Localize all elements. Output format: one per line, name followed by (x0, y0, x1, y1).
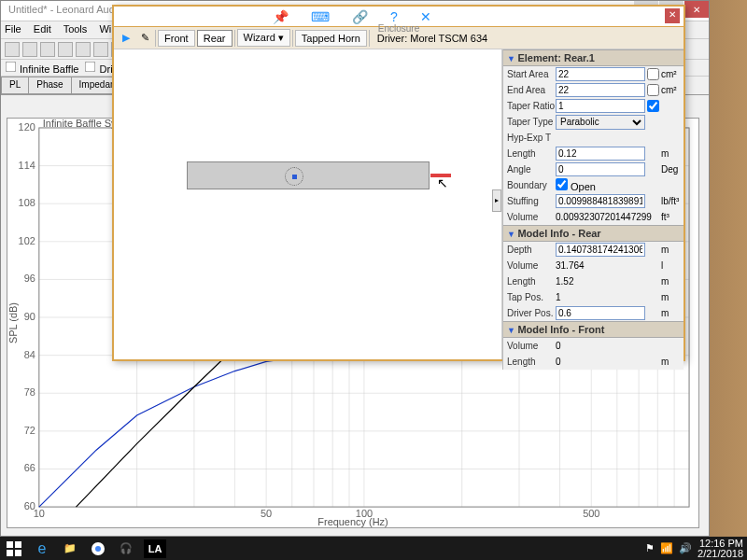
toolbar-icon[interactable] (22, 42, 37, 57)
enclosure-window: 📌 ⌨ 🔗 ? ✕ Enclosure ✕ ▶ ✎ Front Rear Wiz… (112, 5, 685, 361)
taper-ratio-label: Taper Ratio (507, 101, 556, 111)
system-tray: ⚑ 📶 🔊 12:16 PM2/21/2018 (645, 539, 743, 559)
start-button[interactable] (4, 539, 24, 558)
toolbar-icon[interactable] (5, 42, 20, 57)
tray-network-icon[interactable]: 📶 (660, 542, 673, 554)
panel-collapse-button[interactable]: ▸ (492, 189, 501, 212)
length-label: Length (507, 148, 556, 159)
close-button[interactable]: ✕ (684, 1, 709, 18)
menu-file[interactable]: File (5, 23, 21, 35)
wizard-button[interactable]: Wizard ▾ (237, 29, 290, 47)
start-area-label: Start Area (507, 69, 556, 79)
svg-text:10: 10 (34, 508, 45, 519)
taper-type-label: Taper Type (507, 117, 556, 127)
toolbar-icon[interactable] (76, 42, 91, 57)
angle-input[interactable] (556, 162, 645, 176)
svg-rect-51 (7, 550, 13, 556)
close-x-icon[interactable]: ✕ (420, 9, 431, 24)
enclosure-titlebar[interactable]: 📌 ⌨ 🔗 ? ✕ Enclosure ✕ (114, 7, 684, 27)
angle-label: Angle (507, 164, 556, 175)
svg-text:84: 84 (24, 349, 35, 360)
stuffing-input[interactable] (556, 194, 645, 208)
play-icon[interactable]: ▶ (118, 30, 134, 47)
cursor-icon: ↖ (437, 175, 448, 190)
toolbar-icon[interactable] (40, 42, 55, 57)
taper-ratio-input[interactable] (556, 99, 645, 113)
svg-text:50: 50 (261, 508, 272, 519)
end-area-label: End Area (507, 85, 556, 95)
tab-phase[interactable]: Phase (28, 77, 71, 94)
enclosure-title: Enclosure (378, 23, 419, 34)
driver-pos-input[interactable] (556, 306, 645, 320)
hypexp-label: Hyp-Exp T (507, 133, 556, 143)
enclosure-close-button[interactable]: ✕ (665, 8, 680, 23)
boundary-label: Boundary (507, 180, 556, 190)
end-area-lock[interactable] (647, 84, 659, 96)
svg-rect-50 (15, 541, 21, 548)
toolbar-icon[interactable] (93, 42, 108, 57)
pin-icon[interactable]: 📌 (273, 9, 289, 24)
la-app-icon[interactable]: LA (144, 539, 166, 558)
chrome-icon[interactable] (88, 539, 108, 558)
headphones-icon[interactable]: 🎧 (116, 539, 136, 558)
start-area-input[interactable] (556, 67, 645, 81)
tray-flag-icon[interactable]: ⚑ (645, 542, 655, 554)
svg-rect-52 (15, 550, 21, 556)
help-icon[interactable]: ? (390, 9, 398, 24)
wand-icon[interactable]: ✎ (136, 30, 153, 47)
svg-text:72: 72 (24, 425, 35, 436)
model-rear-header[interactable]: Model Info - Rear (503, 225, 684, 242)
boundary-checkbox[interactable] (556, 178, 568, 190)
svg-text:114: 114 (19, 160, 35, 171)
infinite-baffle-checkbox[interactable]: Infinite Baffle (5, 61, 78, 75)
svg-text:500: 500 (583, 508, 599, 519)
taper-type-select[interactable]: Parabolic (556, 115, 645, 130)
ie-icon[interactable]: e (32, 539, 52, 558)
clock[interactable]: 12:16 PM2/21/2018 (698, 539, 743, 559)
taskbar: e 📁 🎧 LA ⚑ 📶 🔊 12:16 PM2/21/2018 (0, 537, 747, 560)
svg-text:108: 108 (19, 197, 35, 208)
front-button[interactable]: Front (158, 30, 195, 47)
driver-marker[interactable] (285, 167, 303, 186)
toolbar-icon[interactable] (58, 42, 73, 57)
model-front-header[interactable]: Model Info - Front (503, 321, 684, 338)
svg-rect-49 (7, 541, 13, 548)
properties-panel: Element: Rear.1 Start Areacm² End Areacm… (502, 49, 684, 370)
depth-input[interactable] (556, 243, 645, 257)
enclosure-element[interactable] (187, 161, 430, 189)
tapped-horn-button[interactable]: Tapped Horn (295, 30, 367, 47)
svg-text:96: 96 (24, 273, 35, 284)
rear-button[interactable]: Rear (197, 30, 233, 47)
length-input[interactable] (556, 147, 645, 161)
svg-text:66: 66 (24, 462, 35, 473)
explorer-icon[interactable]: 📁 (60, 539, 80, 558)
volume-value: 0.00932307201447299 (556, 212, 659, 222)
end-area-input[interactable] (556, 83, 645, 97)
svg-point-54 (95, 546, 101, 552)
enclosure-canvas[interactable]: ↖ (114, 49, 502, 359)
svg-text:SPL (dB): SPL (dB) (7, 302, 19, 343)
start-area-lock[interactable] (647, 68, 659, 80)
menu-edit[interactable]: Edit (34, 23, 51, 35)
tray-volume-icon[interactable]: 🔊 (679, 542, 692, 554)
title-icons: 📌 ⌨ 🔗 ? ✕ (273, 9, 431, 24)
stuffing-label: Stuffing (507, 196, 556, 206)
svg-text:78: 78 (24, 386, 35, 398)
svg-text:102: 102 (19, 235, 35, 246)
svg-text:Frequency (Hz): Frequency (Hz) (317, 516, 388, 527)
taper-ratio-lock[interactable] (647, 100, 659, 112)
menu-tools[interactable]: Tools (63, 23, 88, 35)
svg-text:90: 90 (24, 311, 35, 322)
element-header[interactable]: Element: Rear.1 (503, 49, 684, 66)
svg-text:120: 120 (19, 121, 35, 133)
volume-label: Volume (507, 212, 556, 222)
link-icon[interactable]: 🔗 (352, 9, 368, 24)
tab-spl[interactable]: PL (1, 77, 29, 94)
keyboard-icon[interactable]: ⌨ (311, 9, 330, 24)
